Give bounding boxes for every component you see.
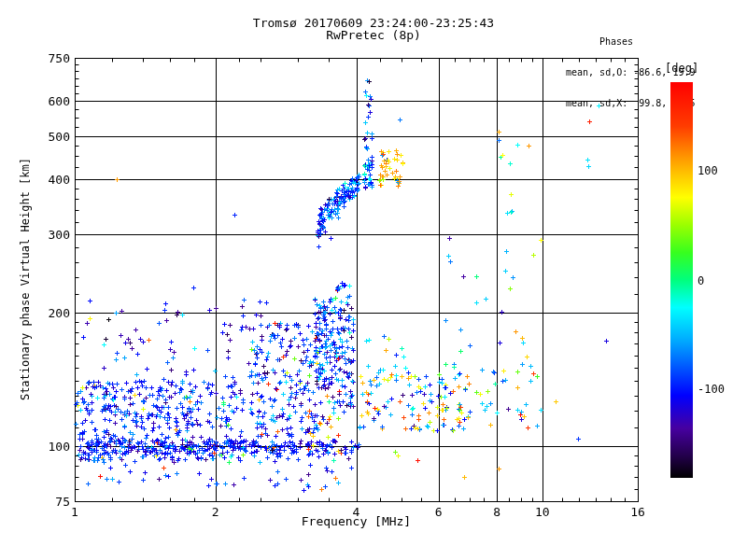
- x-tick-label: 10: [535, 505, 550, 519]
- ionogram-page: Tromsø 20170609 23:24:00-23:25:43 RwPret…: [0, 0, 747, 560]
- x-tick-label: 4: [353, 505, 360, 519]
- x-tick-label: 1: [71, 505, 78, 519]
- y-tick-label: 300: [0, 228, 70, 242]
- y-tick-label: 600: [0, 94, 70, 108]
- x-tick-label: 6: [435, 505, 443, 519]
- y-tick-label: 100: [0, 440, 70, 454]
- y-tick-label: 400: [0, 173, 70, 187]
- x-tick-label: 16: [630, 505, 645, 519]
- x-tick-label: 8: [493, 505, 500, 519]
- colorbar-tick-label: 0: [698, 274, 704, 287]
- phase-stats-heading: Phases: [566, 36, 695, 47]
- colorbar-tick-label: 100: [698, 164, 718, 177]
- colorbar-title: [deg]: [665, 62, 698, 75]
- y-tick-label: 500: [0, 130, 70, 144]
- y-tick-label: 750: [0, 51, 70, 65]
- y-tick-label: 200: [0, 306, 70, 320]
- y-axis-title: Stationary phase Virtual Height [km]: [13, 58, 37, 501]
- y-tick-label: 75: [0, 495, 70, 509]
- colorbar: [670, 82, 693, 478]
- colorbar-tick-label: -100: [698, 383, 725, 396]
- x-tick-label: 2: [212, 505, 219, 519]
